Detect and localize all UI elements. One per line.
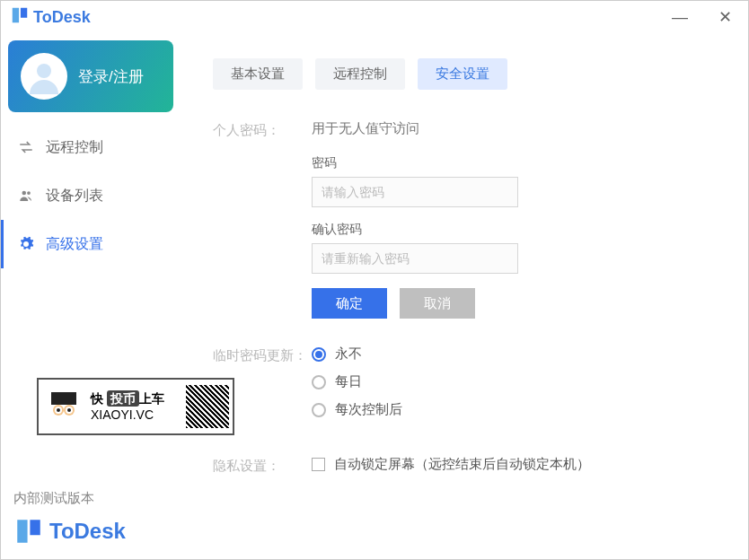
lock-screen-option[interactable]: 自动锁定屏幕（远控结束后自动锁定本机） — [312, 456, 716, 473]
cartoon-avatar-icon — [42, 383, 85, 430]
field-label-password: 密码 — [312, 155, 716, 171]
checkbox-label: 自动锁定屏幕（远控结束后自动锁定本机） — [334, 456, 590, 473]
confirm-button[interactable]: 确定 — [312, 288, 387, 319]
svg-point-0 — [37, 64, 51, 78]
radio-label: 每日 — [335, 373, 362, 390]
section-temp-password: 临时密码更新： 永不 每日 每次控制后 — [213, 346, 716, 429]
login-label: 登录/注册 — [78, 66, 144, 87]
app-window: ToDesk — ✕ 登录/注册 远程控制 — [0, 0, 749, 560]
section-label: 个人密码： — [213, 120, 312, 319]
qr-code-icon — [186, 385, 229, 428]
main-panel: 基本设置 远程控制 安全设置 个人密码： 用于无人值守访问 密码 确认密码 确定… — [181, 33, 748, 559]
app-logo: ToDesk — [10, 5, 91, 29]
svg-point-9 — [67, 408, 71, 412]
tabs: 基本设置 远程控制 安全设置 — [213, 58, 716, 90]
login-card[interactable]: 登录/注册 — [8, 40, 173, 112]
promo-overlay: 快 投币上车 XIAOYI.VC — [37, 378, 234, 435]
sidebar-item-devices[interactable]: 设备列表 — [1, 171, 181, 220]
section-privacy: 隐私设置： 自动锁定屏幕（远控结束后自动锁定本机） — [213, 456, 716, 484]
close-button[interactable]: ✕ — [711, 4, 739, 31]
radio-label: 永不 — [335, 346, 362, 363]
footer: 内部测试版本 ToDesk — [13, 490, 126, 547]
tab-security[interactable]: 安全设置 — [418, 58, 507, 90]
radio-label: 每次控制后 — [335, 401, 402, 418]
radio-daily[interactable]: 每日 — [312, 373, 716, 390]
svg-point-8 — [57, 408, 60, 412]
sidebar-item-label: 设备列表 — [46, 187, 103, 206]
minimize-button[interactable]: — — [665, 4, 695, 31]
gear-icon — [17, 236, 35, 252]
checkbox-icon — [312, 458, 325, 471]
titlebar: ToDesk — ✕ — [1, 1, 748, 33]
sidebar-item-label: 远程控制 — [46, 138, 103, 157]
app-title: ToDesk — [33, 8, 91, 27]
password-input[interactable] — [312, 177, 518, 207]
svg-point-1 — [22, 191, 27, 196]
users-icon — [17, 188, 35, 204]
promo-text: 快 投币上车 XIAOYI.VC — [91, 390, 164, 423]
field-label-confirm: 确认密码 — [312, 222, 716, 238]
confirm-password-input[interactable] — [312, 243, 518, 274]
sidebar-item-remote[interactable]: 远程控制 — [1, 123, 181, 171]
tab-remote[interactable]: 远程控制 — [315, 58, 405, 90]
svg-point-2 — [27, 191, 31, 195]
password-hint: 用于无人值守访问 — [312, 120, 716, 137]
sidebar: 登录/注册 远程控制 设备列表 高级设置 — [1, 33, 181, 559]
radio-never[interactable]: 永不 — [312, 346, 716, 363]
version-label: 内部测试版本 — [13, 490, 126, 507]
avatar-icon — [21, 53, 67, 100]
cancel-button[interactable]: 取消 — [400, 288, 475, 319]
footer-brand: ToDesk — [49, 519, 126, 544]
tab-basic[interactable]: 基本设置 — [213, 58, 303, 90]
logo-icon — [10, 5, 30, 29]
sidebar-item-advanced[interactable]: 高级设置 — [1, 220, 181, 268]
section-label: 隐私设置： — [213, 456, 312, 484]
footer-logo: ToDesk — [13, 516, 126, 547]
section-personal-password: 个人密码： 用于无人值守访问 密码 确认密码 确定 取消 — [213, 120, 716, 319]
radio-after-control[interactable]: 每次控制后 — [312, 401, 716, 418]
swap-icon — [17, 139, 35, 155]
sidebar-item-label: 高级设置 — [46, 235, 103, 254]
